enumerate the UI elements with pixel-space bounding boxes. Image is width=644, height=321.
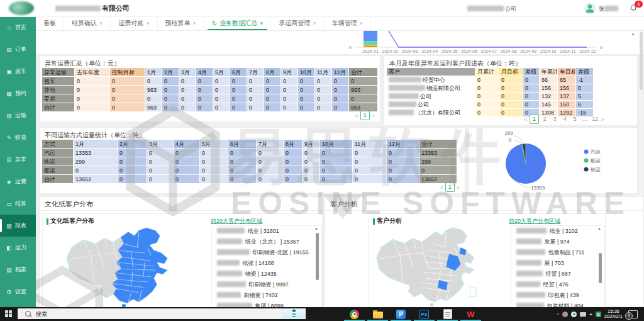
pager-page[interactable]: 3 [551, 115, 559, 123]
customer-list-item[interactable]: 展 | 703 [511, 258, 604, 269]
table-cell: 0 [523, 76, 540, 84]
table-cell: 0 [499, 101, 523, 109]
table-cell: 0 [147, 149, 174, 157]
customer-list-item[interactable]: 印刷物资-北区 | 19155 [212, 247, 321, 258]
sidebar-item-运力[interactable]: ◧运力 [0, 237, 36, 259]
sidebar-item-订单[interactable]: ▤订单 [0, 38, 36, 60]
table-cell: 0 [523, 101, 540, 109]
list-scroll-up-icon[interactable]: ▲ [597, 227, 601, 230]
customer-list-item[interactable]: 纸业 | 31801 [212, 226, 321, 237]
pager-page[interactable]: 1 [530, 115, 539, 124]
tab-承运商管理[interactable]: 承运商管理× [271, 16, 324, 30]
customer-list-item[interactable]: 印刷物资 | 9997 [212, 279, 321, 290]
sidebar-item-异常[interactable]: ☒异常 [0, 149, 36, 171]
taskbar-clock[interactable]: 15:36 2024/2/1 [604, 309, 623, 320]
table-cell: 0 [257, 175, 284, 184]
table-cell: 0 [475, 109, 499, 117]
tab-close-icon[interactable]: × [99, 20, 103, 26]
table-cell: 0 [247, 94, 264, 103]
customer-list-item[interactable]: 包装材料 | 404 [511, 301, 604, 307]
tab-运费对账[interactable]: 运费对账× [111, 16, 157, 30]
table-cell: 0 [118, 175, 147, 184]
customer-list-item[interactable]: 纸业（北京） | 25367 [212, 237, 321, 247]
customer-list-item[interactable]: 经贸 | 476 [511, 279, 604, 290]
pager-page[interactable]: 1 [360, 111, 370, 120]
customer-list-item[interactable]: 包装制品 | 711 [511, 247, 604, 258]
sidebar-item-运费[interactable]: ◈运费 [0, 171, 36, 193]
search-highlight-image[interactable] [282, 309, 305, 318]
pager-prev[interactable]: < [355, 113, 358, 119]
action-center-icon[interactable]: 3 [628, 310, 638, 318]
sidebar-item-派车[interactable]: ▣派车 [0, 60, 36, 82]
pager-next[interactable]: > [601, 116, 604, 123]
tab-close-icon[interactable]: × [313, 20, 316, 26]
tab-close-icon[interactable]: × [360, 20, 363, 26]
tab-结算确认[interactable]: 结算确认× [64, 16, 111, 30]
taskbar-app-file-explorer[interactable] [366, 307, 389, 321]
scroll-up-button[interactable]: ▲ [631, 31, 635, 36]
table-cell: 0 [162, 103, 179, 112]
top20-region-link[interactable]: 前20大客户分布区域 [211, 217, 262, 225]
customer-list-item[interactable]: 纸张 | 14188 [212, 258, 321, 269]
pager-next[interactable]: > [457, 184, 460, 191]
pager-prev[interactable]: < [440, 184, 443, 191]
pagination: <12345...12> [524, 115, 604, 124]
pager-page[interactable]: 5 [571, 115, 579, 123]
list-scrollbar-thumb[interactable] [599, 253, 602, 283]
sidebar-item-运输[interactable]: ▥运输 [0, 104, 36, 127]
username[interactable]: 张 [599, 5, 619, 13]
search-input[interactable] [35, 310, 213, 318]
tab-看板[interactable]: 看板 [36, 16, 64, 30]
customer-list-item[interactable]: 纸业 | 3102 [511, 226, 604, 237]
tray-expand-icon[interactable]: ^ [557, 312, 559, 317]
pager-page[interactable]: 1 [445, 183, 455, 192]
customer-list-item[interactable]: 发展 | 974 [511, 237, 604, 247]
table-cell: 0 [162, 94, 179, 103]
tab-close-icon[interactable]: × [146, 20, 149, 26]
taskbar-app-photoshop[interactable]: Ps [413, 307, 436, 321]
tray-icon-3[interactable] [580, 312, 586, 317]
top20-region-link[interactable]: 前20大客户分布区域 [509, 217, 560, 225]
refresh-icon[interactable]: ↻ [212, 20, 217, 27]
pager-page[interactable]: ... [581, 115, 589, 123]
sidebar-item-首页[interactable]: ⌂首页 [0, 16, 36, 38]
tray-icon-1[interactable] [562, 312, 568, 317]
customer-list-item[interactable]: 刷物资 | 7402 [212, 290, 321, 301]
pager-page[interactable]: 2 [541, 115, 549, 123]
sidebar-item-设置[interactable]: ⚙设置 [0, 281, 36, 303]
tab-close-icon[interactable]: × [193, 20, 196, 26]
taskbar-search[interactable] [18, 308, 306, 319]
customer-list-item[interactable]: 集团 | 6099 [212, 301, 321, 307]
taskbar-app-pc-manager[interactable]: P [389, 307, 413, 321]
column-header: 年目标 [558, 68, 576, 76]
tab-车辆管理[interactable]: 车辆管理× [325, 16, 371, 30]
list-scrollbar-thumb[interactable] [316, 233, 319, 280]
sidebar-item-收货[interactable]: ✎收货 [0, 127, 36, 149]
sidebar-item-预约[interactable]: ▦预约 [0, 82, 36, 104]
tray-icon-2[interactable] [571, 312, 577, 317]
content-scrollbar-thumb[interactable] [640, 32, 643, 90]
sidebar-item-档案[interactable]: ▤档案 [0, 259, 36, 281]
pager-prev[interactable]: < [524, 116, 527, 123]
avatar[interactable] [584, 3, 596, 14]
tab-预结算单[interactable]: 预结算单× [158, 16, 204, 30]
tray-icon-5[interactable]: S [596, 312, 601, 317]
customer-list-item[interactable]: 物资 | 12435 [212, 269, 321, 279]
tab-close-icon[interactable]: × [260, 20, 263, 26]
taskbar-app-chrome[interactable] [343, 307, 366, 321]
sidebar-item-结算[interactable]: ▭结算 [0, 193, 36, 215]
pager-page[interactable]: 12 [591, 115, 599, 123]
customer-list-item[interactable]: 经贸 | 687 [511, 269, 604, 279]
list-scroll-up-icon[interactable]: ▲ [314, 227, 318, 230]
sidebar-item-label: 收货 [15, 133, 26, 142]
pager-next[interactable]: > [372, 113, 375, 119]
pager-page[interactable]: 4 [561, 115, 569, 123]
customer-list-item[interactable]: 印包装 | 439 [511, 290, 604, 301]
table-cell: 0 [145, 77, 162, 86]
taskbar-app-notepad[interactable] [436, 307, 459, 321]
tab-业务数据汇总[interactable]: ↻业务数据汇总× [204, 16, 272, 30]
sidebar-item-报表[interactable]: ▧报表 [0, 215, 36, 237]
tray-icon-4[interactable]: + [589, 312, 592, 317]
taskbar-app-wps[interactable]: W [459, 307, 482, 321]
start-button[interactable] [5, 310, 13, 318]
